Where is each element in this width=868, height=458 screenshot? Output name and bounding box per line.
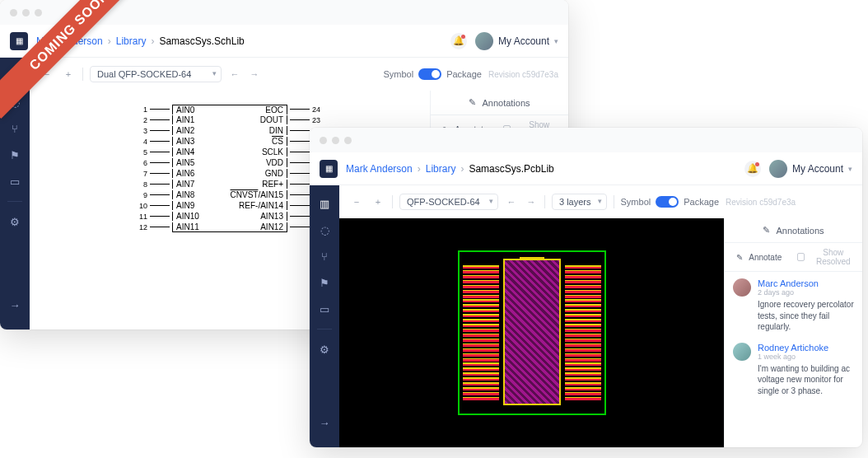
annotations-header: Annotations <box>431 91 568 115</box>
pcb-canvas[interactable] <box>339 218 724 447</box>
sidebar-chat-icon[interactable]: ◌ <box>316 222 333 238</box>
tab-show-resolved[interactable]: Show Resolved <box>794 243 863 271</box>
crumb-library[interactable]: Library <box>116 35 147 47</box>
toggle-symbol-label: Symbol <box>621 197 651 207</box>
chevron-right-icon: › <box>151 35 154 47</box>
sidebar: ▥ ◌ ⑂ ⚑ ▭ ⚙ → <box>310 185 339 447</box>
comment[interactable]: Rodney Artichoke 1 week ago I'm wanting … <box>733 343 854 397</box>
account-label: My Account <box>498 35 549 47</box>
sidebar-settings-icon[interactable]: ⚙ <box>316 341 333 358</box>
zoom-in-icon[interactable]: + <box>61 67 76 82</box>
sidebar-branch-icon[interactable]: ⑂ <box>7 120 23 137</box>
comment-text: Ignore recovery percolator tests, since … <box>758 299 854 333</box>
prev-button[interactable]: ← <box>505 195 518 208</box>
symbol-package-toggle[interactable] <box>656 196 679 208</box>
account-label: My Account <box>792 163 843 175</box>
window-controls[interactable] <box>320 137 352 144</box>
avatar <box>733 278 751 297</box>
next-button[interactable]: → <box>248 68 261 81</box>
sidebar-flag-icon[interactable]: ⚑ <box>316 274 333 291</box>
chevron-right-icon: › <box>108 35 111 47</box>
topbar: ▦ Mark Anderson › Library › SamascSys.Sc… <box>0 25 568 58</box>
comment-text: I'm wanting to building ac voltage new m… <box>758 363 854 397</box>
toolbar: − + Dual QFP-SOCKED-64 ← → Symbol Packag… <box>30 58 568 91</box>
zoom-in-icon[interactable]: + <box>371 194 385 209</box>
comment-author: Marc Anderson <box>758 278 854 288</box>
zoom-out-icon[interactable]: − <box>40 67 54 82</box>
window-pcb: ▦ Mark Anderson › Library › SamascSys.Pc… <box>310 128 862 447</box>
crumb-user[interactable]: Mark Anderson <box>36 35 103 47</box>
sidebar: ▥ ◌ ⑂ ⚑ ▭ ⚙ → <box>0 58 30 329</box>
annotations-header: Annotations <box>725 218 862 243</box>
sidebar-collapse-icon[interactable]: → <box>316 414 333 431</box>
sidebar-box-icon[interactable]: ▭ <box>316 301 333 317</box>
crumb-file: SamascSys.PcbLib <box>469 163 553 175</box>
sidebar-settings-icon[interactable]: ⚙ <box>7 213 23 230</box>
titlebar <box>0 0 568 25</box>
chevron-right-icon: › <box>418 163 421 175</box>
toggle-symbol-label: Symbol <box>383 69 413 79</box>
next-button[interactable]: → <box>525 195 538 208</box>
annotations-panel: Annotations Annotate Show Resolved Marc … <box>724 218 862 447</box>
tab-annotate[interactable]: Annotate <box>725 243 794 271</box>
revision-label: Revision c59d7e3a <box>488 70 558 79</box>
comment-time: 1 week ago <box>758 353 854 361</box>
comment[interactable]: Marc Anderson 2 days ago Ignore recovery… <box>733 278 854 333</box>
prev-button[interactable]: ← <box>228 68 241 81</box>
footprint <box>458 250 606 415</box>
titlebar <box>310 128 862 152</box>
component-select[interactable]: QFP-SOCKED-64 <box>399 194 498 210</box>
sidebar-flag-icon[interactable]: ⚑ <box>7 147 23 163</box>
toolbar: − + QFP-SOCKED-64 ← → 3 layers Symbol Pa… <box>339 185 862 218</box>
sidebar-documents-icon[interactable]: ▥ <box>316 195 333 212</box>
topbar: ▦ Mark Anderson › Library › SamascSys.Pc… <box>310 152 862 185</box>
component-select[interactable]: Dual QFP-SOCKED-64 <box>90 66 222 82</box>
symbol-package-toggle[interactable] <box>418 68 441 80</box>
crumb-user[interactable]: Mark Anderson <box>346 163 413 175</box>
chevron-down-icon: ▾ <box>848 165 852 173</box>
chevron-right-icon: › <box>460 163 464 175</box>
toggle-package-label: Package <box>684 197 719 207</box>
avatar <box>733 343 751 361</box>
breadcrumb: Mark Anderson › Library › SamascSys.PcbL… <box>346 163 554 175</box>
toggle-package-label: Package <box>446 69 482 79</box>
sidebar-box-icon[interactable]: ▭ <box>7 173 23 189</box>
revision-label: Revision c59d7e3a <box>726 198 796 207</box>
comment-author: Rodney Artichoke <box>758 343 854 353</box>
avatar <box>475 32 493 50</box>
breadcrumb: Mark Anderson › Library › SamascSys.SchL… <box>36 35 245 47</box>
app-icon[interactable]: ▦ <box>10 32 28 50</box>
sidebar-chat-icon[interactable]: ◌ <box>7 94 23 110</box>
layers-select[interactable]: 3 layers <box>552 194 607 210</box>
crumb-library[interactable]: Library <box>426 163 456 175</box>
avatar <box>769 160 787 178</box>
account-menu[interactable]: My Account ▾ <box>475 32 558 50</box>
crumb-file: SamascSys.SchLib <box>159 35 244 47</box>
app-icon[interactable]: ▦ <box>320 160 338 178</box>
notifications-icon[interactable]: 🔔 <box>744 161 761 177</box>
comment-time: 2 days ago <box>758 288 854 297</box>
sidebar-collapse-icon[interactable]: → <box>7 297 23 313</box>
sidebar-branch-icon[interactable]: ⑂ <box>316 248 333 264</box>
window-controls[interactable] <box>10 9 42 16</box>
chevron-down-icon: ▾ <box>554 37 558 45</box>
notifications-icon[interactable]: 🔔 <box>450 33 467 49</box>
account-menu[interactable]: My Account ▾ <box>769 160 852 178</box>
zoom-out-icon[interactable]: − <box>349 194 364 209</box>
sidebar-documents-icon[interactable]: ▥ <box>7 68 23 84</box>
